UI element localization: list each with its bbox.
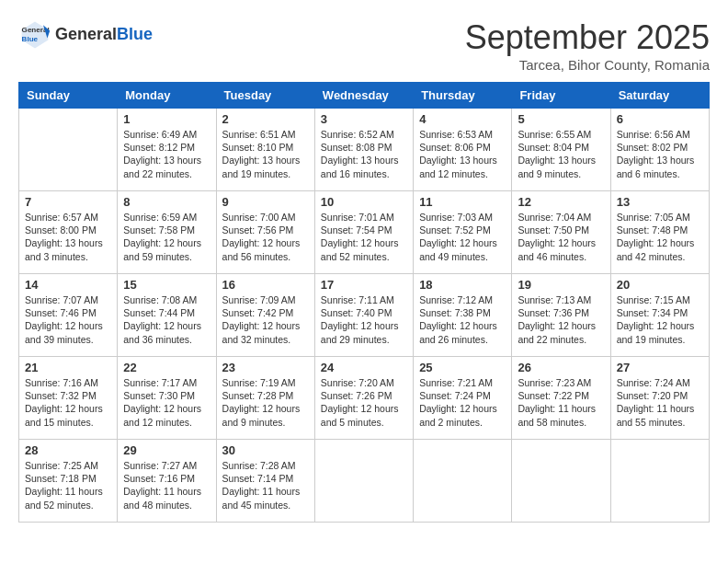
calendar-cell: 16Sunrise: 7:09 AM Sunset: 7:42 PM Dayli… xyxy=(216,274,314,357)
cell-daylight-text: Sunrise: 7:09 AM Sunset: 7:42 PM Dayligh… xyxy=(222,293,309,346)
day-number: 14 xyxy=(25,278,111,292)
day-number: 13 xyxy=(617,195,703,209)
logo: General Blue GeneralBlue xyxy=(18,18,153,52)
svg-text:Blue: Blue xyxy=(22,35,39,43)
day-number: 1 xyxy=(123,112,210,126)
cell-daylight-text: Sunrise: 6:59 AM Sunset: 7:58 PM Dayligh… xyxy=(123,211,210,263)
cell-daylight-text: Sunrise: 7:12 AM Sunset: 7:38 PM Dayligh… xyxy=(419,293,506,346)
cell-daylight-text: Sunrise: 7:13 AM Sunset: 7:36 PM Dayligh… xyxy=(518,293,604,346)
calendar-cell: 7Sunrise: 6:57 AM Sunset: 8:00 PM Daylig… xyxy=(19,191,118,274)
day-number: 24 xyxy=(321,361,407,374)
calendar-cell: 5Sunrise: 6:55 AM Sunset: 8:04 PM Daylig… xyxy=(512,109,610,191)
cell-daylight-text: Sunrise: 6:52 AM Sunset: 8:08 PM Dayligh… xyxy=(321,128,407,180)
calendar-cell: 22Sunrise: 7:17 AM Sunset: 7:30 PM Dayli… xyxy=(118,357,216,440)
cell-daylight-text: Sunrise: 7:03 AM Sunset: 7:52 PM Dayligh… xyxy=(419,211,506,263)
cell-daylight-text: Sunrise: 7:17 AM Sunset: 7:30 PM Dayligh… xyxy=(123,376,210,429)
calendar-cell: 25Sunrise: 7:21 AM Sunset: 7:24 PM Dayli… xyxy=(414,357,512,440)
day-number: 29 xyxy=(123,443,210,457)
cell-daylight-text: Sunrise: 7:01 AM Sunset: 7:54 PM Dayligh… xyxy=(321,211,407,263)
calendar-cell: 23Sunrise: 7:19 AM Sunset: 7:28 PM Dayli… xyxy=(216,357,314,440)
cell-daylight-text: Sunrise: 7:21 AM Sunset: 7:24 PM Dayligh… xyxy=(419,376,506,429)
day-number: 3 xyxy=(321,112,407,126)
calendar-cell xyxy=(512,440,610,523)
calendar-cell xyxy=(314,440,413,523)
month-title: September 2025 xyxy=(465,18,710,57)
day-number: 23 xyxy=(222,361,309,374)
cell-daylight-text: Sunrise: 6:57 AM Sunset: 8:00 PM Dayligh… xyxy=(25,211,111,263)
day-number: 22 xyxy=(123,361,210,374)
cell-daylight-text: Sunrise: 7:19 AM Sunset: 7:28 PM Dayligh… xyxy=(222,376,309,429)
cell-daylight-text: Sunrise: 7:15 AM Sunset: 7:34 PM Dayligh… xyxy=(617,293,703,346)
cell-daylight-text: Sunrise: 7:23 AM Sunset: 7:22 PM Dayligh… xyxy=(518,376,604,429)
calendar-cell: 13Sunrise: 7:05 AM Sunset: 7:48 PM Dayli… xyxy=(610,191,709,274)
day-number: 11 xyxy=(419,195,506,209)
cell-daylight-text: Sunrise: 6:55 AM Sunset: 8:04 PM Dayligh… xyxy=(518,128,604,180)
day-number: 10 xyxy=(321,195,407,209)
calendar-cell: 1Sunrise: 6:49 AM Sunset: 8:12 PM Daylig… xyxy=(118,109,216,191)
calendar-cell: 24Sunrise: 7:20 AM Sunset: 7:26 PM Dayli… xyxy=(314,357,413,440)
calendar-cell: 9Sunrise: 7:00 AM Sunset: 7:56 PM Daylig… xyxy=(216,191,314,274)
calendar-cell xyxy=(414,440,512,523)
day-number: 15 xyxy=(123,278,210,292)
calendar-cell: 2Sunrise: 6:51 AM Sunset: 8:10 PM Daylig… xyxy=(216,109,314,191)
title-block: September 2025 Tarcea, Bihor County, Rom… xyxy=(465,18,710,73)
col-header-saturday: Saturday xyxy=(610,83,709,109)
calendar-cell: 20Sunrise: 7:15 AM Sunset: 7:34 PM Dayli… xyxy=(610,274,709,357)
day-number: 2 xyxy=(222,112,309,126)
day-number: 21 xyxy=(25,361,111,374)
calendar-cell: 19Sunrise: 7:13 AM Sunset: 7:36 PM Dayli… xyxy=(512,274,610,357)
cell-daylight-text: Sunrise: 7:00 AM Sunset: 7:56 PM Dayligh… xyxy=(222,211,309,263)
day-number: 12 xyxy=(518,195,604,209)
page-header: General Blue GeneralBlue September 2025 … xyxy=(18,18,710,73)
calendar-cell: 8Sunrise: 6:59 AM Sunset: 7:58 PM Daylig… xyxy=(118,191,216,274)
location-subtitle: Tarcea, Bihor County, Romania xyxy=(465,57,710,73)
calendar-cell xyxy=(610,440,709,523)
calendar-cell: 27Sunrise: 7:24 AM Sunset: 7:20 PM Dayli… xyxy=(610,357,709,440)
calendar-cell: 10Sunrise: 7:01 AM Sunset: 7:54 PM Dayli… xyxy=(314,191,413,274)
calendar-cell: 6Sunrise: 6:56 AM Sunset: 8:02 PM Daylig… xyxy=(610,109,709,191)
calendar-cell: 18Sunrise: 7:12 AM Sunset: 7:38 PM Dayli… xyxy=(414,274,512,357)
logo-icon: General Blue xyxy=(18,18,51,52)
cell-daylight-text: Sunrise: 6:53 AM Sunset: 8:06 PM Dayligh… xyxy=(419,128,506,180)
calendar-cell: 3Sunrise: 6:52 AM Sunset: 8:08 PM Daylig… xyxy=(314,109,413,191)
calendar-cell: 29Sunrise: 7:27 AM Sunset: 7:16 PM Dayli… xyxy=(118,440,216,523)
cell-daylight-text: Sunrise: 7:11 AM Sunset: 7:40 PM Dayligh… xyxy=(321,293,407,346)
logo-blue-text: Blue xyxy=(117,25,153,43)
cell-daylight-text: Sunrise: 7:20 AM Sunset: 7:26 PM Dayligh… xyxy=(321,376,407,429)
calendar-cell xyxy=(19,109,118,191)
calendar-cell: 26Sunrise: 7:23 AM Sunset: 7:22 PM Dayli… xyxy=(512,357,610,440)
calendar-cell: 4Sunrise: 6:53 AM Sunset: 8:06 PM Daylig… xyxy=(414,109,512,191)
calendar-cell: 30Sunrise: 7:28 AM Sunset: 7:14 PM Dayli… xyxy=(216,440,314,523)
cell-daylight-text: Sunrise: 7:05 AM Sunset: 7:48 PM Dayligh… xyxy=(617,211,703,263)
cell-daylight-text: Sunrise: 7:25 AM Sunset: 7:18 PM Dayligh… xyxy=(25,459,111,511)
calendar-cell: 17Sunrise: 7:11 AM Sunset: 7:40 PM Dayli… xyxy=(314,274,413,357)
day-number: 4 xyxy=(419,112,506,126)
cell-daylight-text: Sunrise: 7:24 AM Sunset: 7:20 PM Dayligh… xyxy=(617,376,703,429)
calendar-cell: 28Sunrise: 7:25 AM Sunset: 7:18 PM Dayli… xyxy=(19,440,118,523)
cell-daylight-text: Sunrise: 7:27 AM Sunset: 7:16 PM Dayligh… xyxy=(123,459,210,511)
day-number: 30 xyxy=(222,443,309,457)
cell-daylight-text: Sunrise: 7:07 AM Sunset: 7:46 PM Dayligh… xyxy=(25,293,111,346)
calendar-cell: 14Sunrise: 7:07 AM Sunset: 7:46 PM Dayli… xyxy=(19,274,118,357)
cell-daylight-text: Sunrise: 6:56 AM Sunset: 8:02 PM Dayligh… xyxy=(617,128,703,180)
col-header-friday: Friday xyxy=(512,83,610,109)
col-header-sunday: Sunday xyxy=(19,83,118,109)
day-number: 26 xyxy=(518,361,604,374)
calendar-table: SundayMondayTuesdayWednesdayThursdayFrid… xyxy=(18,82,710,523)
col-header-monday: Monday xyxy=(118,83,216,109)
col-header-tuesday: Tuesday xyxy=(216,83,314,109)
calendar-cell: 21Sunrise: 7:16 AM Sunset: 7:32 PM Dayli… xyxy=(19,357,118,440)
calendar-cell: 11Sunrise: 7:03 AM Sunset: 7:52 PM Dayli… xyxy=(414,191,512,274)
day-number: 17 xyxy=(321,278,407,292)
cell-daylight-text: Sunrise: 6:49 AM Sunset: 8:12 PM Dayligh… xyxy=(123,128,210,180)
calendar-cell: 12Sunrise: 7:04 AM Sunset: 7:50 PM Dayli… xyxy=(512,191,610,274)
day-number: 19 xyxy=(518,278,604,292)
day-number: 6 xyxy=(617,112,703,126)
cell-daylight-text: Sunrise: 7:16 AM Sunset: 7:32 PM Dayligh… xyxy=(25,376,111,429)
col-header-thursday: Thursday xyxy=(414,83,512,109)
day-number: 7 xyxy=(25,195,111,209)
col-header-wednesday: Wednesday xyxy=(314,83,413,109)
day-number: 5 xyxy=(518,112,604,126)
day-number: 8 xyxy=(123,195,210,209)
cell-daylight-text: Sunrise: 7:28 AM Sunset: 7:14 PM Dayligh… xyxy=(222,459,309,511)
